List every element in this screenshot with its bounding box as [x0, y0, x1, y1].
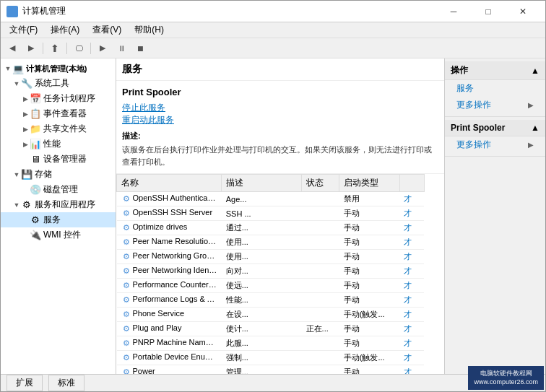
sidebar-item-services-apps[interactable]: ▼ ⚙ 服务和应用程序 — [1, 197, 116, 212]
service-desc-cell: 使用... — [222, 250, 302, 264]
computer-icon: 💻 — [12, 63, 24, 74]
col-login — [399, 175, 424, 192]
table-row[interactable]: ⚙PNRP Machine Name Publ...此服...手动才 — [117, 336, 445, 351]
action-item-services[interactable]: 服务 — [445, 80, 545, 97]
table-row[interactable]: ⚙Peer Name Resolution Pro...使用...手动才 — [117, 235, 445, 250]
col-name[interactable]: 名称 — [117, 175, 222, 192]
expand-icon: ▼ — [4, 64, 12, 73]
event-icon: 📋 — [30, 108, 41, 120]
menu-view[interactable]: 查看(V) — [87, 22, 127, 38]
service-login-cell: 才 — [399, 206, 424, 221]
service-startup-cell: 手动 — [339, 250, 399, 264]
minimize-button[interactable]: ─ — [437, 1, 470, 22]
service-desc-cell: 强制... — [222, 351, 302, 365]
menu-bar: 文件(F) 操作(A) 查看(V) 帮助(H) — [1, 22, 545, 38]
detail-area: Print Spooler 停止此服务 重启动此服务 描述: 该服务在后台执行打… — [116, 81, 444, 174]
service-startup-cell: 手动 — [339, 322, 399, 336]
service-desc-cell: 管理... — [222, 365, 302, 375]
toolbar-play[interactable]: ▶ — [94, 40, 111, 56]
action-item-more-actions-1[interactable]: 更多操作 ▶ — [445, 97, 545, 113]
service-name-cell: ⚙Performance Counter DLL ... — [117, 279, 222, 293]
expand-shared: ▶ — [21, 125, 30, 134]
table-row[interactable]: ⚙OpenSSH Authentication...Age...禁用才 — [117, 192, 445, 206]
table-row[interactable]: ⚙Optimize drives通过...手动才 — [117, 221, 445, 235]
service-startup-cell: 手动 — [339, 235, 399, 250]
service-name-cell: ⚙Peer Name Resolution Pro... — [117, 235, 222, 250]
chevron-up-icon: ▲ — [531, 66, 540, 76]
col-status[interactable]: 状态 — [302, 175, 339, 192]
chevron-up-icon-2: ▲ — [531, 123, 540, 133]
sidebar-item-system-tools[interactable]: ▼ 🔧 系统工具 — [1, 76, 116, 91]
system-tools-icon: 🔧 — [21, 78, 32, 90]
task-icon: 📅 — [30, 93, 41, 105]
col-startup[interactable]: 启动类型 — [339, 175, 399, 192]
table-row[interactable]: ⚙Peer Networking Grouping使用...手动才 — [117, 250, 445, 264]
sidebar-item-device-manager[interactable]: 🖥 设备管理器 — [1, 152, 116, 167]
toolbar-pause[interactable]: ⏸ — [113, 40, 130, 56]
sidebar-root[interactable]: ▼ 💻 计算机管理(本地) — [1, 61, 116, 76]
close-button[interactable]: ✕ — [506, 1, 540, 22]
toolbar-forward[interactable]: ▶ — [22, 40, 40, 56]
service-status-cell — [302, 264, 339, 279]
service-name-cell: ⚙PNRP Machine Name Publ... — [117, 336, 222, 351]
sidebar-item-services[interactable]: ⚙ 服务 — [1, 212, 116, 227]
sidebar-item-wmi[interactable]: 🔌 WMI 控件 — [1, 227, 116, 243]
stop-service-link[interactable]: 停止此服务 — [122, 103, 165, 113]
action-title-print-spooler: Print Spooler ▲ — [445, 120, 545, 136]
service-desc-cell: 使计... — [222, 322, 302, 336]
service-startup-cell: 禁用 — [339, 192, 399, 206]
toolbar-back[interactable]: ◀ — [4, 40, 21, 56]
expand-disk — [21, 186, 30, 194]
services-tbody: ⚙OpenSSH Authentication...Age...禁用才⚙Open… — [117, 192, 445, 375]
restart-service-link[interactable]: 重启动此服务 — [122, 115, 174, 125]
watermark: 电脑软硬件教程网 www.computer26.com — [468, 366, 544, 390]
standard-button[interactable]: 标准 — [48, 375, 84, 391]
service-links: 停止此服务 重启动此服务 — [122, 102, 438, 126]
expand-storage: ▼ — [12, 170, 21, 179]
toolbar-up[interactable]: ⬆ — [46, 40, 64, 56]
menu-help[interactable]: 帮助(H) — [129, 22, 170, 38]
service-status-cell — [302, 192, 339, 206]
arrow-icon-2: ▶ — [528, 141, 534, 149]
sidebar-item-performance[interactable]: ▶ 📊 性能 — [1, 136, 116, 152]
table-row[interactable]: ⚙Performance Logs & Alerts性能...手动才 — [117, 293, 445, 308]
sidebar-item-task-scheduler[interactable]: ▶ 📅 任务计划程序 — [1, 91, 116, 106]
sidebar-item-disk-mgmt[interactable]: 💿 磁盘管理 — [1, 182, 116, 197]
sidebar-item-event-viewer[interactable]: ▶ 📋 事件查看器 — [1, 106, 116, 121]
title-bar: 计算机管理 ─ □ ✕ — [1, 1, 545, 22]
main-window: 计算机管理 ─ □ ✕ 文件(F) 操作(A) 查看(V) 帮助(H) ◀ ▶ … — [0, 0, 546, 392]
service-startup-cell: 手动(触发... — [339, 351, 399, 365]
service-desc-cell: 在设... — [222, 308, 302, 322]
sidebar-item-storage[interactable]: ▼ 💾 存储 — [1, 167, 116, 182]
table-row[interactable]: ⚙Power管理...手动才 — [117, 365, 445, 375]
expand-button[interactable]: 扩展 — [6, 375, 43, 391]
col-desc[interactable]: 描述 — [222, 175, 302, 192]
service-desc-cell: Age... — [222, 192, 302, 206]
menu-file[interactable]: 文件(F) — [4, 22, 43, 38]
table-row[interactable]: ⚙Performance Counter DLL ...使远...手动才 — [117, 279, 445, 293]
service-icon: ⚙ — [121, 209, 131, 219]
sidebar: ▼ 💻 计算机管理(本地) ▼ 🔧 系统工具 ▶ 📅 任务计划程序 ▶ 📋 — [1, 58, 116, 374]
expand-wmi — [21, 231, 30, 240]
table-row[interactable]: ⚙Peer Networking Identity...向对...手动才 — [117, 264, 445, 279]
table-row[interactable]: ⚙Phone Service在设...手动(触发...才 — [117, 308, 445, 322]
table-row[interactable]: ⚙Portable Device Enumerat...强制...手动(触发..… — [117, 351, 445, 365]
menu-action[interactable]: 操作(A) — [45, 22, 85, 38]
service-login-cell: 才 — [399, 279, 424, 293]
action-item-more-actions-2[interactable]: 更多操作 ▶ — [445, 136, 545, 153]
service-startup-cell: 手动 — [339, 221, 399, 235]
sidebar-item-shared-folders[interactable]: ▶ 📁 共享文件夹 — [1, 121, 116, 136]
performance-icon: 📊 — [30, 139, 41, 150]
table-row[interactable]: ⚙Plug and Play使计...正在...手动才 — [117, 322, 445, 336]
table-header-row: 名称 描述 状态 启动类型 — [117, 175, 445, 192]
service-icon: ⚙ — [121, 367, 131, 374]
toolbar-show[interactable]: 🖵 — [70, 40, 87, 56]
table-row[interactable]: ⚙OpenSSH SSH ServerSSH ...手动才 — [117, 206, 445, 221]
service-login-cell: 才 — [399, 308, 424, 322]
toolbar-stop[interactable]: ⏹ — [131, 40, 149, 56]
maximize-button[interactable]: □ — [472, 1, 505, 22]
expand-svc — [21, 216, 30, 225]
panel-header: 服务 — [116, 58, 444, 81]
service-login-cell: 才 — [399, 351, 424, 365]
service-status-cell — [302, 206, 339, 221]
